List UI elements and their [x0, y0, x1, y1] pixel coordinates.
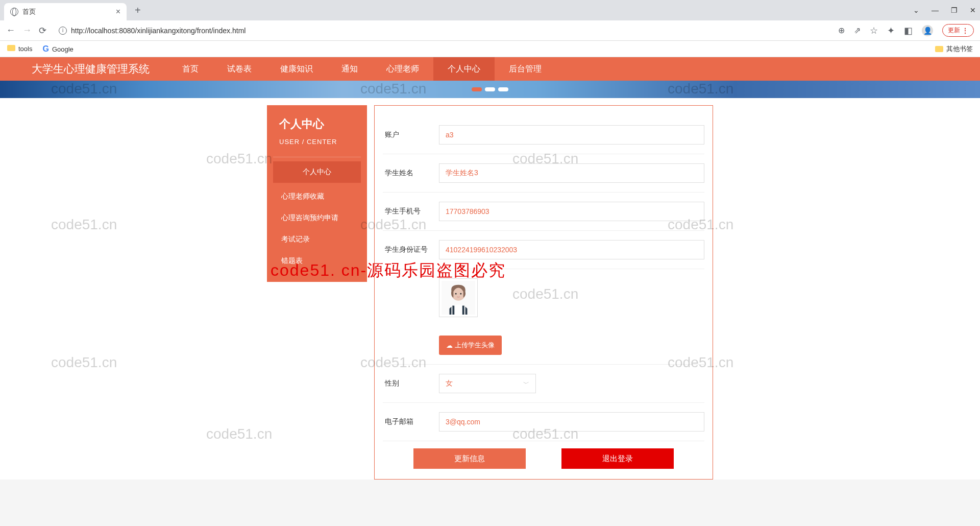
student-name-input[interactable]	[439, 163, 704, 183]
carousel-dot[interactable]	[498, 87, 508, 91]
zoom-icon[interactable]: ⊕	[838, 26, 845, 35]
avatar-preview	[439, 278, 478, 317]
bookmark-google[interactable]: GGoogle	[42, 44, 73, 54]
url-field[interactable]: i http://localhost:8080/xinlijiankangxit…	[54, 27, 831, 35]
minimize-icon[interactable]: —	[932, 6, 939, 14]
close-window-icon[interactable]: ✕	[970, 6, 976, 14]
gender-label: 性别	[383, 379, 439, 388]
maximize-icon[interactable]: ❐	[951, 6, 958, 14]
sidebar-item[interactable]: 心理老师收藏	[267, 186, 367, 207]
bookmark-other[interactable]: 其他书签	[935, 44, 973, 54]
tab-title: 首页	[22, 7, 112, 16]
share-icon[interactable]: ⇗	[854, 26, 861, 35]
sidebar-item[interactable]: 考试记录	[267, 229, 367, 250]
new-tab-button[interactable]: +	[135, 5, 141, 16]
sidebar-item[interactable]: 心理咨询预约申请	[267, 207, 367, 229]
profile-panel: 账户 学生姓名 学生手机号 学生身份证号	[374, 105, 713, 480]
nav-item[interactable]: 通知	[327, 57, 372, 81]
nav-item[interactable]: 首页	[168, 57, 213, 81]
divider	[273, 157, 361, 157]
nav-item[interactable]: 健康知识	[266, 57, 327, 81]
idcard-label: 学生身份证号	[383, 245, 439, 254]
top-navigation: 大学生心理健康管理系统 首页试卷表健康知识通知心理老师个人中心后台管理	[0, 57, 980, 81]
sidebar: 个人中心 USER / CENTER 个人中心心理老师收藏心理咨询预约申请考试记…	[267, 105, 367, 282]
page-content: 大学生心理健康管理系统 首页试卷表健康知识通知心理老师个人中心后台管理 个人中心…	[0, 57, 980, 480]
window-controls: ⌄ — ❐ ✕	[913, 6, 976, 14]
gender-select[interactable]: 女 ﹀	[439, 374, 536, 393]
update-chrome-button[interactable]: 更新 ⋮	[942, 24, 974, 37]
avatar-image	[442, 280, 475, 315]
info-icon[interactable]: i	[59, 27, 67, 35]
bookmarks-bar: tools GGoogle 其他书签	[0, 41, 980, 57]
banner-carousel	[0, 81, 980, 98]
browser-tab-strip: 首页 × + ⌄ — ❐ ✕	[0, 0, 980, 20]
carousel-dot[interactable]	[472, 87, 482, 91]
globe-icon	[10, 8, 18, 16]
sidebar-item[interactable]: 错题表	[267, 250, 367, 272]
url-text: http://localhost:8080/xinlijiankangxiton…	[71, 27, 246, 35]
logout-button[interactable]: 退出登录	[561, 448, 674, 469]
svg-point-3	[460, 293, 461, 295]
upload-avatar-button[interactable]: ☁ 上传学生头像	[439, 336, 502, 355]
profile-icon[interactable]: 👤	[922, 25, 933, 36]
sidebar-subtitle: USER / CENTER	[279, 138, 355, 146]
side-panel-icon[interactable]: ◧	[904, 25, 913, 36]
idcard-input[interactable]	[439, 240, 704, 259]
update-info-button[interactable]: 更新信息	[413, 448, 526, 469]
site-brand: 大学生心理健康管理系统	[0, 62, 168, 76]
nav-item[interactable]: 后台管理	[495, 57, 556, 81]
star-icon[interactable]: ☆	[870, 25, 878, 36]
gender-value: 女	[446, 379, 453, 388]
phone-label: 学生手机号	[383, 207, 439, 216]
nav-item[interactable]: 心理老师	[372, 57, 433, 81]
nav-item[interactable]: 个人中心	[433, 57, 495, 81]
forward-icon[interactable]: →	[22, 25, 32, 36]
bookmark-tools[interactable]: tools	[7, 45, 32, 53]
account-input[interactable]	[439, 125, 704, 145]
sidebar-item[interactable]: 个人中心	[273, 161, 361, 183]
browser-tab[interactable]: 首页 ×	[4, 3, 127, 20]
address-bar: ← → ⟳ i http://localhost:8080/xinlijiank…	[0, 20, 980, 41]
cloud-upload-icon: ☁	[446, 342, 453, 349]
nav-item[interactable]: 试卷表	[213, 57, 266, 81]
account-label: 账户	[383, 130, 439, 139]
back-icon[interactable]: ←	[6, 25, 15, 36]
svg-point-2	[455, 293, 457, 295]
carousel-dot[interactable]	[485, 87, 495, 91]
chevron-down-icon: ﹀	[523, 379, 529, 388]
extensions-icon[interactable]: ✦	[887, 25, 895, 36]
email-input[interactable]	[439, 412, 704, 432]
student-name-label: 学生姓名	[383, 169, 439, 178]
nav-menu: 首页试卷表健康知识通知心理老师个人中心后台管理	[168, 57, 556, 81]
sidebar-title: 个人中心	[279, 116, 355, 132]
chevron-down-icon[interactable]: ⌄	[913, 6, 919, 14]
email-label: 电子邮箱	[383, 417, 439, 426]
close-icon[interactable]: ×	[116, 7, 120, 16]
phone-input[interactable]	[439, 202, 704, 221]
reload-icon[interactable]: ⟳	[39, 25, 46, 36]
